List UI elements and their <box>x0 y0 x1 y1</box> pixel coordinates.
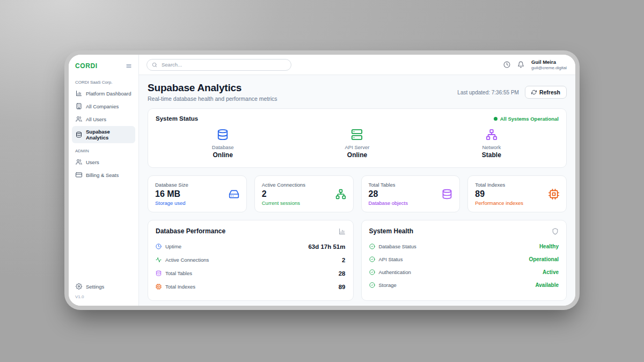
metric-card-database-size: Database Size 16 MB Storage used <box>148 175 247 212</box>
status-item-network: Network Stable <box>425 129 559 159</box>
panel-title: System Health <box>369 227 414 235</box>
sidebar-item-platform-dashboard[interactable]: Platform Dashboard <box>72 87 135 99</box>
metric-card-total-tables: Total Tables 28 Database objects <box>361 175 460 212</box>
health-row-api-status: API Status Operational <box>369 253 559 265</box>
building-icon <box>76 103 82 109</box>
system-health-panel: System Health Database Status Healthy <box>361 220 567 301</box>
metric-value: 89 <box>475 189 523 199</box>
shield-icon <box>552 228 559 235</box>
status-item-database: Database Online <box>156 129 290 159</box>
status-item-value: Online <box>347 151 367 159</box>
metric-card-total-indexes: Total Indexes 89 Performance indexes <box>467 175 567 212</box>
network-icon <box>486 129 497 141</box>
perf-row-label: Uptime <box>165 243 181 249</box>
metric-value: 16 MB <box>155 189 188 199</box>
network-icon <box>335 189 346 200</box>
perf-row-label: Total Tables <box>165 270 192 276</box>
sidebar-header: CORDI <box>69 55 138 75</box>
status-badge-label: All Systems Operational <box>500 116 559 122</box>
perf-row-label: Total Indexes <box>165 284 195 290</box>
metric-label: Total Indexes <box>475 182 523 188</box>
user-info[interactable]: Guil Meira guil@creme.digital <box>531 59 567 70</box>
metric-value: 28 <box>369 189 408 199</box>
credit-card-icon <box>76 172 82 178</box>
health-row-storage: Storage Available <box>369 278 559 291</box>
last-updated-text: Last updated: 7:36:55 PM <box>457 90 519 95</box>
check-circle-icon <box>369 269 375 275</box>
sidebar-item-settings[interactable]: Settings <box>72 280 135 292</box>
health-row-database-status: Database Status Healthy <box>369 240 559 253</box>
metric-label: Total Tables <box>369 182 408 188</box>
refresh-button[interactable]: Refresh <box>525 86 567 99</box>
database-performance-panel: Database Performance Uptime 63d 17h 51 <box>148 220 354 301</box>
page-content: Supabase Analytics Real-time database he… <box>139 75 575 306</box>
health-row-label: Database Status <box>379 243 416 249</box>
app-window: CORDI CORDI SaaS Corp. Platform Dashboar… <box>69 55 575 306</box>
main-area: Guil Meira guil@creme.digital Supabase A… <box>139 55 575 306</box>
database-icon <box>217 129 229 141</box>
sidebar-footer: Settings V1.0 <box>69 278 138 306</box>
database-icon <box>442 189 452 200</box>
perf-row-label: Active Connections <box>165 257 209 263</box>
sidebar: CORDI CORDI SaaS Corp. Platform Dashboar… <box>69 55 139 306</box>
health-row-value: Healthy <box>539 243 559 249</box>
gear-icon <box>76 283 82 290</box>
topbar: Guil Meira guil@creme.digital <box>139 55 575 75</box>
hard-drive-icon <box>229 189 239 200</box>
system-status-card: System Status All Systems Operational Da… <box>148 108 567 168</box>
refresh-icon <box>531 90 537 95</box>
clock-icon[interactable] <box>503 61 510 68</box>
metric-value: 2 <box>262 189 305 199</box>
health-row-label: API Status <box>379 256 403 262</box>
perf-row-total-tables: Total Tables 28 <box>156 267 346 280</box>
search-input[interactable] <box>160 61 286 68</box>
user-email: guil@creme.digital <box>531 65 567 70</box>
bar-chart-icon <box>76 90 82 97</box>
perf-row-value: 63d 17h 51m <box>308 243 345 250</box>
perf-row-total-indexes: Total Indexes 89 <box>156 280 346 293</box>
sidebar-item-label: Settings <box>86 284 104 290</box>
perf-row-value: 2 <box>342 257 345 263</box>
user-name: Guil Meira <box>531 59 567 65</box>
database-icon <box>156 270 162 276</box>
panel-title: Database Performance <box>156 227 225 235</box>
perf-row-value: 28 <box>339 270 346 277</box>
health-row-value: Operational <box>529 256 559 262</box>
status-item-api-server: API Server Online <box>290 129 424 159</box>
sidebar-item-all-users[interactable]: All Users <box>72 113 135 125</box>
sidebar-item-users[interactable]: Users <box>72 156 135 168</box>
health-row-value: Available <box>535 282 559 288</box>
check-circle-icon <box>369 282 375 288</box>
hamburger-menu-icon[interactable] <box>126 63 132 69</box>
admin-section-label: ADMIN <box>69 144 138 156</box>
metric-sublabel: Performance indexes <box>475 200 523 206</box>
sidebar-item-label: All Users <box>86 116 106 122</box>
health-row-label: Storage <box>379 282 397 288</box>
status-dot <box>494 117 497 121</box>
sidebar-item-all-companies[interactable]: All Companies <box>72 100 135 112</box>
cpu-icon <box>548 189 559 200</box>
search-box[interactable] <box>147 59 291 71</box>
health-row-authentication: Authentication Active <box>369 265 559 278</box>
sidebar-item-billing-seats[interactable]: Billing & Seats <box>72 169 135 181</box>
check-circle-icon <box>369 243 375 249</box>
health-row-value: Active <box>543 269 559 275</box>
cpu-icon <box>156 284 162 290</box>
sidebar-item-label: Billing & Seats <box>86 172 119 178</box>
metric-sublabel: Current sessions <box>262 200 305 206</box>
bar-chart-icon <box>339 228 346 235</box>
sidebar-item-supabase-analytics[interactable]: Supabase Analytics <box>72 126 135 143</box>
sidebar-item-label: All Companies <box>86 104 119 109</box>
activity-icon <box>156 257 162 263</box>
check-circle-icon <box>369 256 375 262</box>
panels-row: Database Performance Uptime 63d 17h 51 <box>148 220 567 301</box>
status-item-label: API Server <box>345 144 370 150</box>
page-subtitle: Real-time database health and performanc… <box>148 95 277 102</box>
bell-icon[interactable] <box>517 61 524 68</box>
perf-row-value: 89 <box>339 284 346 290</box>
app-logo: CORDI <box>75 62 98 70</box>
app-version: V1.0 <box>72 292 135 299</box>
server-icon <box>351 129 363 141</box>
health-row-label: Authentication <box>379 269 411 275</box>
org-label: CORDI SaaS Corp. <box>69 75 138 87</box>
